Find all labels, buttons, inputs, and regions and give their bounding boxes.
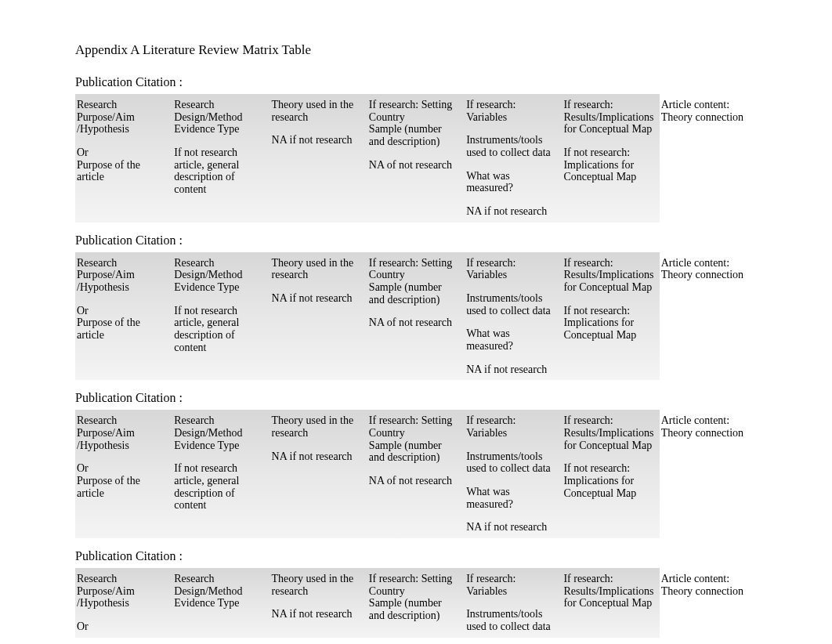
matrix-table: Research Purpose/Aim /Hypothesis Or Purp… [75,410,757,538]
cell-text: If research: Variables [466,257,557,281]
cell-text: If research: Variables [466,573,557,597]
table-row: Research Purpose/Aim /Hypothesis Or Purp… [75,252,757,381]
col-article-content: Article content: Theory connection [660,410,757,538]
cell-text: Instruments/tools used to collect data [466,450,557,475]
cell-text: NA if not research [466,364,557,376]
table-row: Research Purpose/Aim /Hypothesis Or Purp… [75,94,757,223]
cell-text: Purpose of the article [77,317,168,341]
cell-text: Research Design/Method Evidence Type [174,257,265,294]
col-setting: If research: Setting Country Sample (num… [367,252,465,381]
cell-text: Or [77,147,168,159]
col-design: Research Design/Method Evidence Type If … [172,410,269,538]
matrix-table: Research Purpose/Aim /Hypothesis Or Purp… [75,94,757,223]
cell-text: Purpose of the article [77,159,168,183]
cell-text: Theory used in the research [272,573,363,597]
cell-text: Theory used in the research [272,257,363,281]
cell-text: If research: Setting Country [369,414,460,439]
cell-text: What was measured? [466,170,557,194]
col-purpose: Research Purpose/Aim /Hypothesis Or Purp… [75,410,172,538]
cell-text: Instruments/tools used to collect data [466,608,557,632]
col-setting: If research: Setting Country Sample (num… [367,568,465,638]
cell-text: NA if not research [272,450,363,463]
cell-text: Or [77,462,168,475]
col-design: Research Design/Method Evidence Type If … [172,252,269,381]
cell-text: NA if not research [466,521,557,534]
col-variables: If research: Variables Instruments/tools… [465,410,562,538]
col-article-content: Article content: Theory connection [660,568,757,638]
cell-text: If research: Results/Implications for Co… [563,573,654,610]
cell-text: Theory used in the research [272,99,363,123]
col-purpose: Research Purpose/Aim /Hypothesis Or Purp… [75,252,172,381]
col-article-content: Article content: Theory connection [660,252,757,381]
citation-label: Publication Citation : [75,391,757,405]
cell-text: Research Design/Method Evidence Type [174,573,265,610]
cell-text: NA if not research [272,292,363,305]
cell-text: If not research article, general descrip… [174,147,265,196]
col-purpose: Research Purpose/Aim /Hypothesis Or [75,568,172,638]
table-row: Research Purpose/Aim /Hypothesis Or Rese… [75,568,757,638]
cell-text: If research: Variables [466,99,557,123]
citation-label: Publication Citation : [75,75,757,89]
col-theory: Theory used in the research NA if not re… [270,568,367,638]
cell-text: Sample (number and description) [369,123,460,147]
cell-text: NA of not research [369,475,460,487]
cell-text: NA if not research [272,608,363,620]
col-theory: Theory used in the research NA if not re… [270,252,367,381]
cell-text: Article content: Theory connection [661,99,752,123]
matrix-table: Research Purpose/Aim /Hypothesis Or Rese… [75,568,757,638]
cell-text: If not research: Implications for Concep… [563,147,654,183]
cell-text: Research Design/Method Evidence Type [174,414,265,451]
cell-text: NA of not research [369,317,460,329]
col-setting: If research: Setting Country Sample (num… [367,410,465,538]
cell-text: If research: Setting Country [369,257,460,281]
cell-text: NA if not research [466,205,557,218]
cell-text: What was measured? [466,486,557,510]
col-results: If research: Results/Implications for Co… [562,252,659,381]
col-variables: If research: Variables Instruments/tools… [465,94,562,223]
cell-text: Theory used in the research [272,414,363,439]
matrix-table: Research Purpose/Aim /Hypothesis Or Purp… [75,252,757,381]
cell-text: Article content: Theory connection [661,414,752,439]
cell-text: Sample (number and description) [369,440,460,464]
cell-text: If research: Results/Implications for Co… [563,414,654,451]
cell-text: Sample (number and description) [369,281,460,306]
col-setting: If research: Setting Country Sample (num… [367,94,465,223]
cell-text: If not research: Implications for Concep… [563,462,654,499]
col-design: Research Design/Method Evidence Type If … [172,94,269,223]
cell-text: If not research article, general descrip… [174,305,265,354]
cell-text: Instruments/tools used to collect data [466,134,557,158]
col-theory: Theory used in the research NA if not re… [270,94,367,223]
page: Appendix A Literature Review Matrix Tabl… [0,0,832,638]
cell-text: Sample (number and description) [369,597,460,621]
cell-text: NA of not research [369,159,460,172]
cell-text: NA if not research [272,134,363,147]
cell-text: Research Purpose/Aim /Hypothesis [77,257,168,294]
cell-text: Research Purpose/Aim /Hypothesis [77,414,168,451]
cell-text: If research: Setting Country [369,99,460,123]
cell-text: Or [77,305,168,317]
cell-text: Article content: Theory connection [661,573,752,597]
col-results: If research: Results/Implications for Co… [562,568,659,638]
citation-label: Publication Citation : [75,549,757,563]
cell-text: Purpose of the article [77,475,168,499]
cell-text: Research Purpose/Aim /Hypothesis [77,99,168,136]
cell-text: Instruments/tools used to collect data [466,292,557,317]
col-variables: If research: Variables Instruments/tools… [465,252,562,381]
col-theory: Theory used in the research NA if not re… [270,410,367,538]
cell-text: Research Design/Method Evidence Type [174,99,265,136]
table-row: Research Purpose/Aim /Hypothesis Or Purp… [75,410,757,538]
col-variables: If research: Variables Instruments/tools… [465,568,562,638]
citation-label: Publication Citation : [75,233,757,248]
cell-text: If research: Variables [466,414,557,439]
page-title: Appendix A Literature Review Matrix Tabl… [75,42,757,58]
cell-text: Or [77,620,168,633]
cell-text: If research: Results/Implications for Co… [563,99,654,136]
cell-text: Research Purpose/Aim /Hypothesis [77,573,168,610]
cell-text: Article content: Theory connection [661,257,752,281]
cell-text: What was measured? [466,327,557,352]
cell-text: If research: Results/Implications for Co… [563,257,654,294]
cell-text: If not research article, general descrip… [174,462,265,512]
col-results: If research: Results/Implications for Co… [562,94,659,223]
col-article-content: Article content: Theory connection [660,94,757,223]
cell-text: If research: Setting Country [369,573,460,597]
